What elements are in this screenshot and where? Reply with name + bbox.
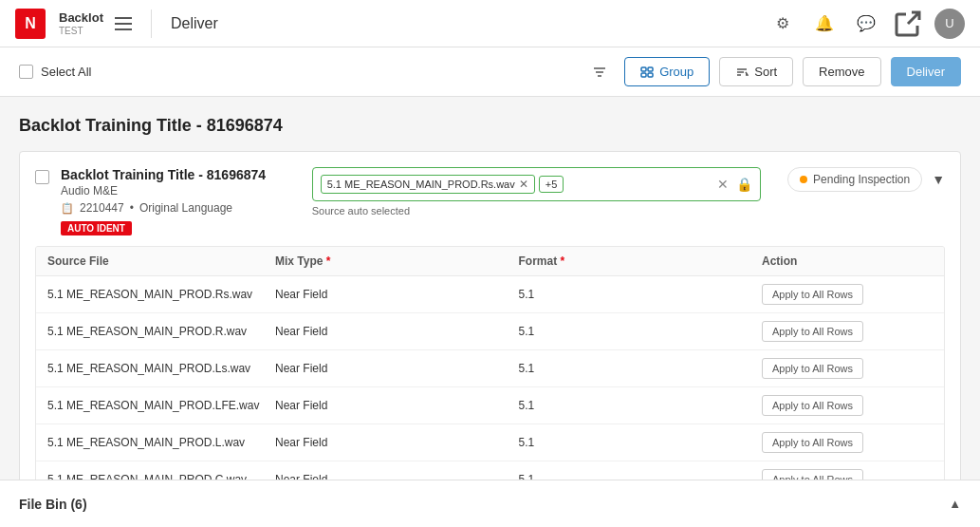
top-nav: N Backlot TEST Deliver ⚙ 🔔 💬 U (0, 0, 980, 47)
toolbar: Select All Group Sort Remove Deliver (0, 47, 980, 97)
bell-icon[interactable]: 🔔 (809, 9, 840, 39)
card-header: Backlot Training Title - 81696874 Audio … (35, 167, 945, 235)
cell-action: Apply to All Rows (762, 284, 933, 305)
cell-action: Apply to All Rows (762, 358, 933, 379)
group-label: Group (659, 65, 693, 79)
table-row: 5.1 ME_REASON_MAIN_PROD.LFE.wav Near Fie… (36, 387, 944, 424)
asset-card: Backlot Training Title - 81696874 Audio … (19, 151, 961, 527)
card-title: Backlot Training Title - 81696874 (61, 167, 286, 182)
settings-icon[interactable]: ⚙ (767, 9, 798, 39)
netflix-logo: N (15, 9, 46, 39)
chat-icon[interactable]: 💬 (851, 9, 881, 39)
status-badge: Pending Inspection (787, 167, 922, 192)
card-subtitle: Audio M&E (61, 184, 286, 198)
select-all-checkbox[interactable]: Select All (19, 65, 91, 79)
file-bin-count: (6) (70, 497, 86, 512)
col-action: Action (762, 254, 933, 268)
format-required: * (561, 254, 565, 268)
file-tag-close-icon[interactable]: ✕ (519, 178, 528, 191)
card-info: Backlot Training Title - 81696874 Audio … (61, 167, 286, 235)
file-input-lock-icon[interactable]: 🔒 (736, 177, 752, 192)
cell-mix-type: Near Field (275, 399, 519, 412)
status-label: Pending Inspection (813, 173, 910, 186)
table-row: 5.1 ME_REASON_MAIN_PROD.L.wav Near Field… (36, 424, 944, 461)
remove-label: Remove (819, 65, 864, 79)
cell-action: Apply to All Rows (762, 432, 933, 453)
file-bin-bar: File Bin (6) ▲ (0, 480, 980, 527)
file-bin-title: File Bin (6) (19, 497, 87, 512)
apply-all-rows-button[interactable]: Apply to All Rows (762, 321, 863, 342)
filter-icon[interactable] (584, 57, 615, 87)
table-row: 5.1 ME_REASON_MAIN_PROD.Ls.wav Near Fiel… (36, 350, 944, 387)
cell-action: Apply to All Rows (762, 395, 933, 416)
meta-lang: Original Language (139, 201, 232, 215)
cell-mix-type: Near Field (275, 288, 519, 301)
card-checkbox[interactable] (35, 170, 49, 184)
cell-action: Apply to All Rows (762, 321, 933, 342)
cell-source-file: 5.1 ME_REASON_MAIN_PROD.R.wav (47, 325, 275, 338)
svg-rect-4 (648, 67, 653, 71)
page-title-nav: Deliver (171, 15, 218, 32)
apply-all-rows-button[interactable]: Apply to All Rows (762, 358, 863, 379)
external-link-icon[interactable] (893, 9, 923, 39)
files-table: Source File Mix Type * Format * Action 5… (35, 246, 945, 499)
card-status: Pending Inspection ▼ (787, 167, 945, 192)
sort-button[interactable]: Sort (719, 57, 793, 86)
deliver-label: Deliver (907, 65, 945, 79)
hamburger-menu-icon[interactable] (115, 17, 132, 30)
main-content: Backlot Training Title - 81696874 Backlo… (0, 97, 980, 527)
svg-rect-3 (641, 67, 646, 71)
chevron-down-icon[interactable]: ▼ (932, 172, 945, 187)
file-input-clear-icon[interactable]: ✕ (717, 177, 729, 192)
remove-button[interactable]: Remove (803, 57, 880, 86)
status-dot-orange (800, 176, 807, 183)
chevron-up-icon[interactable]: ▲ (949, 497, 961, 511)
table-header: Source File Mix Type * Format * Action (36, 247, 944, 276)
file-input-box[interactable]: 5.1 ME_REASON_MAIN_PROD.Rs.wav ✕ +5 ✕ 🔒 (312, 167, 761, 201)
brand-name: Backlot (59, 10, 103, 26)
cell-source-file: 5.1 ME_REASON_MAIN_PROD.L.wav (47, 436, 275, 449)
meta-separator: • (130, 201, 134, 215)
file-selector: 5.1 ME_REASON_MAIN_PROD.Rs.wav ✕ +5 ✕ 🔒 … (312, 167, 761, 216)
group-button[interactable]: Group (624, 57, 710, 86)
cell-format: 5.1 (519, 399, 763, 412)
apply-all-rows-button[interactable]: Apply to All Rows (762, 395, 863, 416)
col-source-file: Source File (47, 254, 275, 268)
cell-source-file: 5.1 ME_REASON_MAIN_PROD.Ls.wav (47, 362, 275, 375)
select-all-label: Select All (41, 65, 91, 79)
cell-source-file: 5.1 ME_REASON_MAIN_PROD.Rs.wav (47, 288, 275, 301)
svg-rect-6 (648, 73, 653, 77)
mix-type-required: * (326, 254, 331, 268)
select-all-checkbox-box[interactable] (19, 65, 33, 79)
col-mix-type: Mix Type * (275, 254, 519, 268)
source-auto-text: Source auto selected (312, 205, 761, 216)
apply-all-rows-button[interactable]: Apply to All Rows (762, 432, 863, 453)
meta-id: 2210447 (80, 201, 124, 215)
cell-format: 5.1 (519, 288, 763, 301)
table-body: 5.1 ME_REASON_MAIN_PROD.Rs.wav Near Fiel… (36, 276, 944, 498)
deliver-button[interactable]: Deliver (891, 57, 961, 86)
auto-ident-tag: Auto Ident (61, 221, 132, 235)
brand-sub: TEST (59, 26, 103, 36)
cell-mix-type: Near Field (275, 362, 519, 375)
table-row: 5.1 ME_REASON_MAIN_PROD.Rs.wav Near Fiel… (36, 276, 944, 313)
cell-source-file: 5.1 ME_REASON_MAIN_PROD.LFE.wav (47, 399, 275, 412)
cell-mix-type: Near Field (275, 436, 519, 449)
section-title: Backlot Training Title - 81696874 (19, 116, 961, 136)
file-count-badge: +5 (539, 176, 564, 193)
file-tag-name: 5.1 ME_REASON_MAIN_PROD.Rs.wav (327, 179, 515, 190)
copy-icon: 📋 (61, 202, 74, 215)
cell-format: 5.1 (519, 362, 763, 375)
apply-all-rows-button[interactable]: Apply to All Rows (762, 284, 863, 305)
table-row: 5.1 ME_REASON_MAIN_PROD.R.wav Near Field… (36, 313, 944, 350)
user-avatar[interactable]: U (934, 9, 965, 39)
file-tag-selected: 5.1 ME_REASON_MAIN_PROD.Rs.wav ✕ (321, 175, 535, 194)
nav-divider (151, 9, 152, 38)
brand-info: Backlot TEST (59, 10, 103, 36)
cell-mix-type: Near Field (275, 325, 519, 338)
sort-label: Sort (754, 65, 777, 79)
cell-format: 5.1 (519, 436, 763, 449)
card-meta: 📋 2210447 • Original Language (61, 201, 286, 215)
file-bin-label: File Bin (19, 497, 67, 512)
col-format: Format * (519, 254, 763, 268)
